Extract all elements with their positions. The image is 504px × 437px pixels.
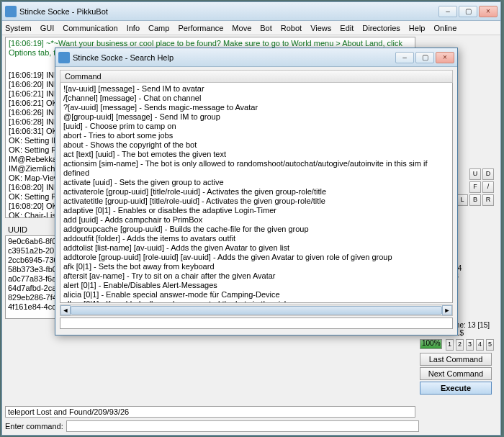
main-titlebar[interactable]: Stincke Socke - PikkuBot – ▢ × xyxy=(2,2,500,21)
command-row[interactable]: @[group-uuid] [message] - Send IM to gro… xyxy=(63,112,449,122)
help-icon xyxy=(58,52,70,63)
help-column-header[interactable]: Command xyxy=(60,70,453,83)
enter-command-label: Enter command: xyxy=(5,422,63,431)
command-row[interactable]: [uuid] - Choose prim to camp on xyxy=(63,122,449,131)
menu-camp[interactable]: Camp xyxy=(148,24,169,32)
close-button[interactable]: × xyxy=(479,6,498,17)
next-command-button[interactable]: Next Command xyxy=(420,367,492,380)
minimize-button[interactable]: – xyxy=(438,6,457,17)
help-title: Stincke Socke - Search Help xyxy=(73,53,395,62)
command-row[interactable]: activaterole [group-uuid] [title/role-uu… xyxy=(63,187,449,197)
command-row[interactable]: act [text] [uuid] - The bot emotes the g… xyxy=(63,150,449,159)
command-row[interactable]: activate [uuid] - Sets the given group t… xyxy=(63,178,449,187)
scroll-right-icon[interactable]: ► xyxy=(442,305,452,315)
menu-move[interactable]: Move xyxy=(232,24,251,32)
command-row[interactable]: activatetitle [group-uuid] [title/role-u… xyxy=(63,197,449,206)
app-icon xyxy=(5,6,17,17)
grid-button-r[interactable]: R xyxy=(482,194,494,206)
help-search-input[interactable] xyxy=(60,317,453,329)
grid-button-u[interactable]: U xyxy=(469,168,481,180)
main-title: Stincke Socke - PikkuBot xyxy=(19,7,438,16)
menu-gui[interactable]: GUI xyxy=(40,24,55,32)
menu-communication[interactable]: Communication xyxy=(63,24,117,32)
scroll-left-icon[interactable]: ◄ xyxy=(60,305,71,315)
grid-button-/[interactable]: / xyxy=(482,181,494,193)
progress-bar: 100% xyxy=(420,339,442,349)
command-row[interactable]: about - Shows the copyright of the bot xyxy=(63,140,449,150)
preset-button-5[interactable]: 5 xyxy=(486,339,494,351)
command-row[interactable]: addtorole [group-uuid] [role-uuid] [av-u… xyxy=(63,253,449,262)
preset-button-1[interactable]: 1 xyxy=(446,339,454,351)
uuid-label: UUID xyxy=(8,225,27,234)
help-titlebar[interactable]: Stincke Socke - Search Help – ▢ × xyxy=(55,48,457,67)
command-row[interactable]: /[channel] [message] - Chat on channel xyxy=(63,94,449,103)
scroll-thumb[interactable] xyxy=(71,306,442,315)
command-row[interactable]: ?[av-uuid] [message] - Sends magic-messa… xyxy=(63,103,449,112)
execute-button[interactable]: Execute xyxy=(420,382,492,395)
menu-performance[interactable]: Performance xyxy=(178,24,223,32)
menu-online[interactable]: Online xyxy=(433,24,456,32)
command-row[interactable]: addgroupcache [group-uuid] - Builds the … xyxy=(63,225,449,234)
maximize-button[interactable]: ▢ xyxy=(459,6,477,17)
grid-button-f[interactable]: F xyxy=(469,181,481,193)
menu-bot[interactable]: Bot xyxy=(260,24,272,32)
command-row[interactable]: actionsim [sim-name] - The bot is only a… xyxy=(63,159,449,178)
command-row[interactable]: alert [0|1] - Enable/Disables Alert-Mess… xyxy=(63,281,449,290)
command-row[interactable]: add [uuid] - Adds campchair to PrimBox xyxy=(63,215,449,225)
grid-button-b[interactable]: B xyxy=(469,194,481,206)
command-row[interactable]: alicia [0|1] - Enable special answer-mod… xyxy=(63,290,449,299)
help-close-button[interactable]: × xyxy=(436,52,454,63)
menu-directories[interactable]: Directories xyxy=(362,24,400,32)
preset-button-4[interactable]: 4 xyxy=(476,339,484,351)
command-row[interactable]: ![av-uuid] [message] - Send IM to avatar xyxy=(63,84,449,94)
teleport-field[interactable]: teleport Lost and Found/209/93/26 xyxy=(5,406,415,418)
help-minimize-button[interactable]: – xyxy=(395,52,414,63)
preset-button-3[interactable]: 3 xyxy=(466,339,474,351)
grid-button-d[interactable]: D xyxy=(482,168,494,180)
preset-button-2[interactable]: 2 xyxy=(456,339,464,351)
menu-edit[interactable]: Edit xyxy=(340,24,354,32)
help-dialog: Stincke Socke - Search Help – ▢ × Comman… xyxy=(55,48,458,335)
command-row[interactable]: allow [0|1] - If enabled, all people can… xyxy=(63,299,449,303)
command-input[interactable] xyxy=(66,420,419,432)
menu-views[interactable]: Views xyxy=(310,24,331,32)
command-row[interactable]: adaptive [0|1] - Enables or disables the… xyxy=(63,206,449,215)
menu-robot[interactable]: Robot xyxy=(281,24,302,32)
menu-bar: SystemGUICommunicationInfoCampPerformanc… xyxy=(2,21,500,35)
command-row[interactable]: addtolist [list-name] [av-uuid] - Adds t… xyxy=(63,243,449,253)
grid-button-l[interactable]: L xyxy=(456,194,468,206)
last-command-button[interactable]: Last Command xyxy=(420,353,492,366)
command-row[interactable]: abort - Tries to abort some jobs xyxy=(63,131,449,140)
help-h-scrollbar[interactable]: ◄ ► xyxy=(60,305,453,316)
command-row[interactable]: addoutfit [folder] - Adds the items to a… xyxy=(63,234,449,243)
command-row[interactable]: afk [0|1] - Sets the bot away from keybo… xyxy=(63,262,449,271)
command-list[interactable]: ![av-uuid] [message] - Send IM to avatar… xyxy=(60,83,453,303)
menu-system[interactable]: System xyxy=(5,24,32,32)
help-maximize-button[interactable]: ▢ xyxy=(415,52,434,63)
menu-info[interactable]: Info xyxy=(127,24,140,32)
command-row[interactable]: aftersit [av-name] - Try to sit on a cha… xyxy=(63,271,449,281)
menu-help[interactable]: Help xyxy=(409,24,426,32)
